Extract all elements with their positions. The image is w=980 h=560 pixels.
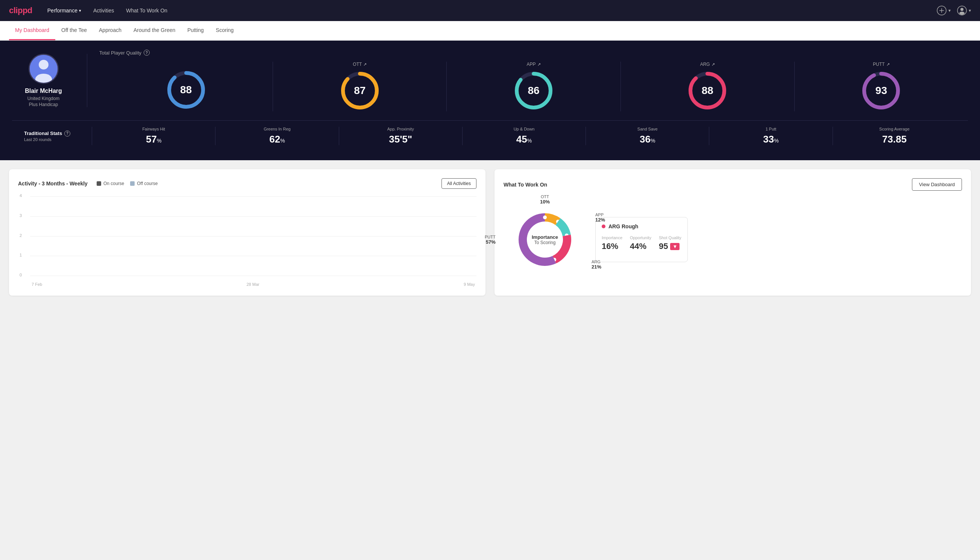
stat-value-sand-save: 36% bbox=[640, 133, 655, 145]
bars-container bbox=[30, 196, 476, 276]
ring-score-arg: 88 bbox=[702, 85, 714, 97]
stat-value-app-proximity: 35'5" bbox=[389, 133, 412, 145]
nav-performance[interactable]: Performance ▾ bbox=[47, 8, 81, 13]
info-card-header: ARG Rough bbox=[602, 223, 681, 229]
traditional-stats-label: Traditional Stats ? bbox=[24, 130, 92, 137]
quality-circle-app: APP ↗ 86 bbox=[447, 62, 621, 111]
x-label-may: 9 May bbox=[464, 282, 475, 287]
user-chevron: ▾ bbox=[969, 8, 971, 13]
stat-value-fairways-hit: 57% bbox=[146, 133, 161, 145]
stats-row: Traditional Stats ? Last 20 rounds Fairw… bbox=[12, 121, 968, 151]
stat-greens-in-reg: Greens In Reg 62% bbox=[215, 127, 338, 145]
stats-items: Fairways Hit 57% Greens In Reg 62% App. … bbox=[92, 127, 956, 145]
logo[interactable]: clippd bbox=[9, 6, 32, 15]
donut-svg bbox=[504, 198, 586, 281]
ring-app: 86 bbox=[513, 70, 554, 111]
tab-around-the-green[interactable]: Around the Green bbox=[128, 21, 181, 40]
info-card-title: ARG Rough bbox=[609, 223, 638, 229]
stat-sand-save: Sand Save 36% bbox=[586, 127, 709, 145]
donut-dot-putt bbox=[543, 215, 547, 219]
circle-arrow-ott: ↗ bbox=[363, 62, 367, 67]
activity-card: Activity - 3 Months - Weekly On course O… bbox=[9, 169, 486, 296]
stat-name-1-putt: 1 Putt bbox=[765, 127, 777, 131]
user-menu-button[interactable]: ▾ bbox=[957, 5, 971, 16]
tab-my-dashboard[interactable]: My Dashboard bbox=[9, 21, 55, 40]
circle-label-ott: OTT ↗ bbox=[353, 62, 367, 67]
donut-label-app: APP 12% bbox=[595, 212, 605, 223]
view-dashboard-button[interactable]: View Dashboard bbox=[912, 178, 962, 191]
stat-name-up-and-down: Up & Down bbox=[514, 127, 535, 131]
wtwo-title: What To Work On bbox=[504, 182, 547, 188]
metric-opportunity: Opportunity 44% bbox=[630, 235, 651, 251]
svg-point-4 bbox=[960, 8, 963, 11]
add-chevron: ▾ bbox=[948, 8, 951, 13]
avatar-image bbox=[30, 55, 58, 83]
stat-scoring-average: Scoring Average 73.85 bbox=[833, 127, 956, 145]
info-metrics: Importance 16% Opportunity 44% Shot Qual… bbox=[602, 235, 681, 251]
stat-name-sand-save: Sand Save bbox=[637, 127, 658, 131]
metric-shot-quality: Shot Quality 95 ▼ bbox=[659, 235, 681, 251]
add-button[interactable]: ▾ bbox=[937, 5, 951, 16]
stat-name-fairways-hit: Fairways Hit bbox=[142, 127, 165, 131]
stat-name-scoring-average: Scoring Average bbox=[879, 127, 910, 131]
wtwo-content: Importance To Scoring OTT 10% APP 12% AR… bbox=[504, 198, 962, 281]
activity-chart-title: Activity - 3 Months - Weekly bbox=[18, 180, 88, 187]
nav-right: ▾ ▾ bbox=[937, 5, 971, 16]
stat-up-and-down: Up & Down 45% bbox=[462, 127, 586, 145]
stat-value-greens-in-reg: 62% bbox=[269, 133, 285, 145]
tab-scoring[interactable]: Scoring bbox=[210, 21, 240, 40]
nav-activities[interactable]: Activities bbox=[93, 8, 114, 13]
activity-card-header: Activity - 3 Months - Weekly On course O… bbox=[18, 178, 476, 189]
stat-name-greens-in-reg: Greens In Reg bbox=[264, 127, 291, 131]
nav-left: clippd Performance ▾ Activities What To … bbox=[9, 6, 167, 15]
circle-arrow-putt: ↗ bbox=[886, 62, 890, 67]
stat-1-putt: 1 Putt 33% bbox=[709, 127, 832, 145]
ring-score-app: 86 bbox=[527, 85, 539, 97]
nav-what-to-work-on[interactable]: What To Work On bbox=[126, 8, 167, 13]
quality-title: Total Player Quality ? bbox=[99, 50, 968, 56]
all-activities-button[interactable]: All Activities bbox=[441, 178, 476, 189]
circle-label-putt: PUTT ↗ bbox=[873, 62, 889, 67]
legend-off-course: Off course bbox=[130, 181, 158, 186]
player-info: Blair McHarg United Kingdom Plus Handica… bbox=[12, 54, 87, 107]
off-course-legend-dot bbox=[130, 181, 135, 186]
quality-section: Total Player Quality ? 88 OTT ↗ 87 bbox=[87, 50, 968, 111]
bar-chart-area: 4 3 2 1 0 7 Feb 28 Mar 9 May bbox=[18, 196, 476, 287]
shot-quality-badge: ▼ bbox=[670, 243, 679, 250]
quality-help-icon[interactable]: ? bbox=[144, 50, 150, 56]
legend-on-course: On course bbox=[97, 181, 124, 186]
x-label-mar: 28 Mar bbox=[246, 282, 259, 287]
tab-bar: My Dashboard Off the Tee Approach Around… bbox=[0, 21, 980, 41]
tab-putting[interactable]: Putting bbox=[181, 21, 210, 40]
x-label-feb: 7 Feb bbox=[32, 282, 42, 287]
quality-circle-putt: PUTT ↗ 93 bbox=[795, 62, 968, 111]
tab-approach[interactable]: Approach bbox=[93, 21, 128, 40]
logo-text: clippd bbox=[9, 6, 32, 15]
stats-help-icon[interactable]: ? bbox=[64, 130, 70, 137]
donut-label-arg: ARG 21% bbox=[592, 260, 601, 270]
ring-score-total: 88 bbox=[180, 84, 192, 96]
ring-putt: 93 bbox=[860, 70, 902, 111]
circle-label-arg: ARG ↗ bbox=[700, 62, 715, 67]
chart-legend: On course Off course bbox=[97, 181, 158, 186]
avatar bbox=[28, 54, 59, 84]
quality-circle-ott: OTT ↗ 87 bbox=[273, 62, 447, 111]
stat-app-proximity: App. Proximity 35'5" bbox=[339, 127, 462, 145]
ring-total: 88 bbox=[165, 69, 207, 110]
circle-arrow-arg: ↗ bbox=[712, 62, 715, 67]
stat-fairways-hit: Fairways Hit 57% bbox=[92, 127, 215, 145]
x-axis-labels: 7 Feb 28 Mar 9 May bbox=[30, 282, 476, 287]
ring-ott: 87 bbox=[339, 70, 381, 111]
ring-score-putt: 93 bbox=[875, 85, 887, 97]
player-handicap: Plus Handicap bbox=[29, 102, 58, 107]
stat-value-up-and-down: 45% bbox=[516, 133, 532, 145]
stats-sublabel: Last 20 rounds bbox=[24, 137, 92, 142]
on-course-legend-dot bbox=[97, 181, 101, 186]
ring-score-ott: 87 bbox=[354, 85, 366, 97]
tab-off-the-tee[interactable]: Off the Tee bbox=[55, 21, 93, 40]
info-card: ARG Rough Importance 16% Opportunity 44%… bbox=[595, 217, 688, 262]
stats-label-col: Traditional Stats ? Last 20 rounds bbox=[24, 130, 92, 142]
hero-top: Blair McHarg United Kingdom Plus Handica… bbox=[12, 50, 968, 121]
donut-label-putt: PUTT 57% bbox=[485, 235, 496, 245]
svg-point-5 bbox=[959, 12, 965, 15]
